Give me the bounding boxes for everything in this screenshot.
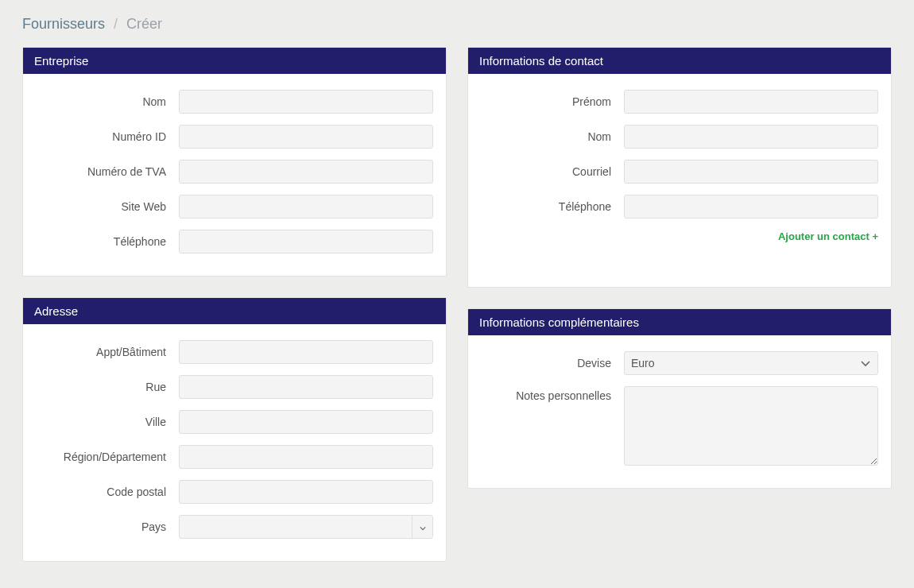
label-extra-notes: Notes personnelles — [481, 386, 624, 402]
select-extra-currency[interactable]: Euro — [624, 351, 878, 375]
input-company-phone[interactable] — [179, 230, 433, 253]
label-extra-currency: Devise — [481, 357, 624, 369]
caret-down-icon — [420, 521, 426, 533]
input-contact-firstname[interactable] — [624, 90, 878, 114]
input-address-region[interactable] — [179, 445, 433, 469]
panel-address-title: Adresse — [23, 298, 446, 324]
label-address-apt: Appt/Bâtiment — [36, 346, 179, 358]
input-company-id[interactable] — [179, 125, 433, 149]
panel-extra-title: Informations complémentaires — [468, 309, 891, 335]
label-contact-email: Courriel — [481, 165, 624, 178]
panel-contact-title: Informations de contact — [468, 48, 891, 74]
label-company-phone: Téléphone — [36, 235, 179, 248]
label-address-city: Ville — [36, 416, 179, 428]
label-contact-phone: Téléphone — [481, 200, 624, 213]
breadcrumb-separator: / — [114, 16, 118, 32]
label-company-vat: Numéro de TVA — [36, 165, 179, 178]
input-contact-email[interactable] — [624, 160, 878, 184]
link-add-contact[interactable]: Ajouter un contact + — [778, 230, 878, 242]
input-address-city[interactable] — [179, 410, 433, 434]
input-contact-lastname[interactable] — [624, 125, 878, 149]
input-address-apt[interactable] — [179, 340, 433, 364]
input-address-postal[interactable] — [179, 480, 433, 504]
panel-extra: Informations complémentaires Devise Euro… — [467, 308, 892, 489]
panel-company-title: Entreprise — [23, 48, 446, 74]
label-company-id: Numéro ID — [36, 130, 179, 143]
panel-contact: Informations de contact Prénom Nom Courr… — [467, 47, 892, 288]
label-contact-lastname: Nom — [481, 130, 624, 143]
label-company-website: Site Web — [36, 200, 179, 213]
breadcrumb: Fournisseurs / Créer — [22, 16, 892, 33]
textarea-extra-notes[interactable] — [624, 386, 878, 466]
input-company-name[interactable] — [179, 90, 433, 114]
combo-address-country[interactable] — [179, 515, 433, 539]
input-contact-phone[interactable] — [624, 195, 878, 219]
input-address-country[interactable] — [180, 516, 412, 538]
label-address-country: Pays — [36, 520, 179, 533]
combo-address-country-toggle[interactable] — [412, 516, 432, 538]
breadcrumb-current: Créer — [126, 16, 162, 32]
label-address-postal: Code postal — [36, 485, 179, 498]
input-company-website[interactable] — [179, 195, 433, 219]
panel-company: Entreprise Nom Numéro ID Numéro de TVA S… — [22, 47, 447, 277]
label-contact-firstname: Prénom — [481, 95, 624, 108]
input-company-vat[interactable] — [179, 160, 433, 184]
input-address-street[interactable] — [179, 375, 433, 399]
breadcrumb-parent[interactable]: Fournisseurs — [22, 16, 105, 32]
label-address-region: Région/Département — [36, 451, 179, 463]
label-company-name: Nom — [36, 95, 179, 108]
panel-address: Adresse Appt/Bâtiment Rue Ville Région/D… — [22, 297, 447, 562]
label-address-street: Rue — [36, 381, 179, 393]
